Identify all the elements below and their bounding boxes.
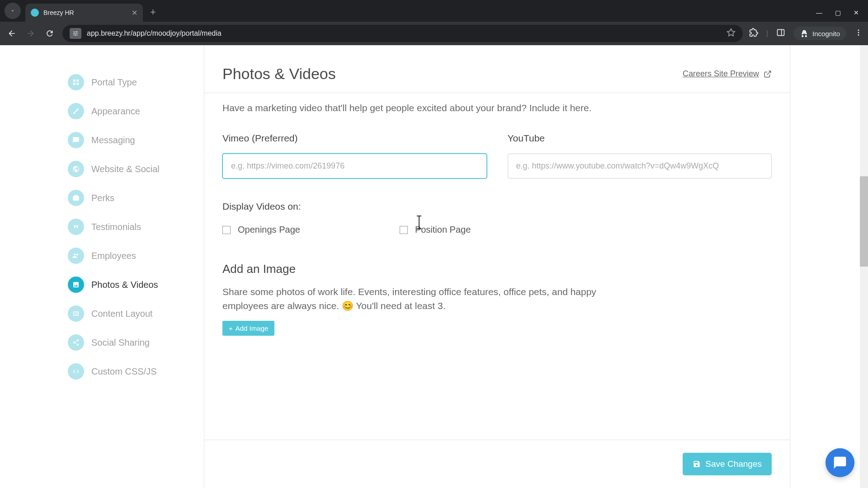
plus-icon: + — [229, 324, 233, 332]
sidebar-item-photos-videos[interactable]: Photos & Videos — [68, 270, 204, 299]
dots-vertical-icon — [854, 28, 863, 37]
tab-search-button[interactable] — [5, 3, 21, 19]
incognito-badge[interactable]: Incognito — [793, 27, 846, 40]
sidebar-item-label: Custom CSS/JS — [91, 366, 156, 377]
forward-button[interactable] — [24, 29, 37, 38]
quote-icon — [68, 219, 84, 235]
chat-widget-button[interactable] — [826, 448, 854, 477]
back-button[interactable] — [5, 29, 18, 38]
sidebar-item-label: Photos & Videos — [91, 280, 158, 290]
browser-tab-strip: Breezy HR ✕ + — ▢ ✕ — [0, 0, 868, 22]
vimeo-input[interactable] — [222, 154, 487, 178]
puzzle-icon — [749, 28, 758, 37]
incognito-label: Incognito — [812, 30, 840, 38]
extensions-button[interactable] — [749, 28, 758, 39]
careers-preview-link[interactable]: Careers Site Preview — [683, 69, 772, 79]
sidepanel-icon — [776, 28, 785, 37]
preview-link-label: Careers Site Preview — [683, 69, 759, 79]
tab-title: Breezy HR — [43, 9, 74, 16]
display-videos-label: Display Videos on: — [222, 201, 772, 212]
scrollbar[interactable] — [860, 45, 868, 488]
position-page-checkbox[interactable] — [400, 226, 408, 234]
sidebar-item-label: Social Sharing — [91, 338, 150, 348]
openings-page-checkbox[interactable] — [222, 226, 231, 234]
chat-icon — [833, 455, 847, 470]
sidebar-item-label: Messaging — [91, 135, 135, 145]
sidebar-item-label: Website & Social — [91, 164, 160, 174]
add-image-button[interactable]: + Add Image — [222, 321, 274, 336]
reload-icon — [45, 29, 54, 38]
sidebar-item-website-social[interactable]: Website & Social — [68, 155, 204, 183]
sidebar-item-label: Appearance — [91, 106, 140, 117]
favicon-icon — [31, 9, 39, 17]
message-icon — [68, 132, 84, 148]
address-bar[interactable]: app.breezy.hr/app/c/moodjoy/portal/media — [62, 25, 743, 42]
reload-button[interactable] — [43, 29, 56, 38]
svg-rect-6 — [76, 80, 79, 82]
close-window-button[interactable]: ✕ — [854, 9, 859, 16]
brush-icon — [68, 103, 84, 119]
main-content: Photos & Videos Careers Site Preview Hav… — [204, 45, 790, 488]
arrow-left-icon — [7, 29, 16, 38]
close-tab-button[interactable]: ✕ — [132, 9, 137, 17]
svg-point-2 — [858, 29, 859, 31]
sidebar-item-portal-type[interactable]: Portal Type — [68, 68, 204, 97]
share-icon — [68, 334, 84, 351]
sidebar-item-custom-css-js[interactable]: Custom CSS/JS — [68, 357, 204, 386]
main-header: Photos & Videos Careers Site Preview — [204, 45, 790, 93]
browser-tab[interactable]: Breezy HR ✕ — [25, 4, 143, 22]
users-icon — [68, 248, 84, 264]
tune-icon — [72, 30, 79, 37]
intro-text: Have a marketing video that'll help get … — [222, 101, 638, 115]
sidebar-item-appearance[interactable]: Appearance — [68, 97, 204, 126]
window-controls: — ▢ ✕ — [816, 9, 868, 16]
sidebar-item-messaging[interactable]: Messaging — [68, 126, 204, 155]
save-button-label: Save Changes — [705, 459, 762, 469]
sidebar-item-content-layout[interactable]: Content Layout — [68, 299, 204, 328]
svg-line-9 — [767, 71, 771, 75]
maximize-button[interactable]: ▢ — [835, 9, 841, 16]
star-icon — [726, 28, 736, 37]
globe-icon — [68, 161, 84, 177]
sidepanel-button[interactable] — [776, 28, 785, 39]
sidebar-item-perks[interactable]: Perks — [68, 183, 204, 212]
sidebar: Portal Type Appearance Messaging Website… — [0, 45, 204, 488]
sidebar-item-employees[interactable]: Employees — [68, 241, 204, 270]
minimize-button[interactable]: — — [816, 9, 822, 16]
sidebar-item-label: Perks — [91, 193, 114, 203]
youtube-label: YouTube — [508, 133, 772, 144]
sidebar-item-social-sharing[interactable]: Social Sharing — [68, 328, 204, 357]
external-link-icon — [764, 70, 772, 78]
sidebar-item-label: Employees — [91, 251, 136, 261]
position-page-label: Position Page — [415, 225, 471, 235]
url-text: app.breezy.hr/app/c/moodjoy/portal/media — [87, 29, 222, 38]
gift-icon — [68, 190, 84, 206]
sidebar-item-testimonials[interactable]: Testimonials — [68, 212, 204, 241]
save-icon — [693, 460, 701, 468]
svg-point-4 — [858, 34, 859, 35]
code-icon — [68, 363, 84, 380]
sidebar-item-label: Testimonials — [91, 222, 141, 232]
sidebar-item-label: Content Layout — [91, 309, 153, 319]
sidebar-item-label: Portal Type — [91, 77, 137, 88]
scrollbar-thumb[interactable] — [860, 176, 868, 267]
browser-toolbar: app.breezy.hr/app/c/moodjoy/portal/media… — [0, 22, 868, 45]
site-settings-button[interactable] — [70, 28, 81, 39]
add-image-button-label: Add Image — [236, 324, 269, 332]
svg-point-3 — [858, 32, 859, 33]
new-tab-button[interactable]: + — [143, 6, 163, 18]
bookmark-button[interactable] — [726, 28, 736, 39]
chevron-down-icon — [9, 8, 16, 14]
svg-rect-5 — [73, 80, 75, 82]
svg-rect-8 — [76, 83, 79, 85]
youtube-input[interactable] — [508, 154, 772, 178]
svg-rect-7 — [73, 83, 75, 85]
add-image-text: Share some photos of work life. Events, … — [222, 285, 643, 313]
vimeo-label: Vimeo (Preferred) — [222, 133, 487, 144]
image-icon — [68, 277, 84, 293]
page-title: Photos & Videos — [222, 65, 336, 83]
svg-rect-0 — [778, 29, 784, 35]
save-changes-button[interactable]: Save Changes — [683, 453, 772, 475]
add-image-heading: Add an Image — [222, 262, 772, 276]
browser-menu-button[interactable] — [854, 28, 863, 39]
